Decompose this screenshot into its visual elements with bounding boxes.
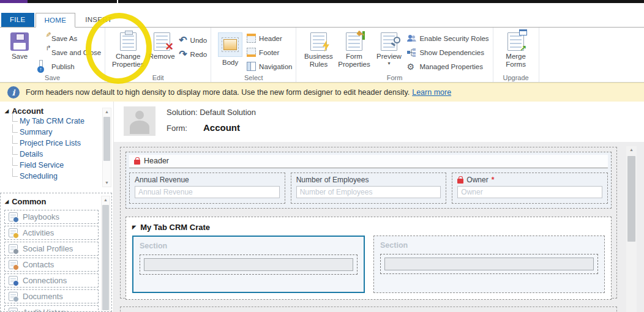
annual-revenue-input[interactable]: [135, 186, 280, 198]
merge-forms-button[interactable]: ↗ Merge Forms: [500, 29, 533, 69]
footer-select-label: Footer: [259, 49, 279, 56]
account-tree-header[interactable]: ◢ Account: [5, 106, 100, 116]
body-icon: [218, 32, 242, 57]
show-dependencies-button[interactable]: Show Dependencies: [406, 45, 489, 59]
managed-properties-icon: ⚙: [406, 62, 416, 72]
footer-select-button[interactable]: Footer: [247, 45, 292, 59]
form-section-left-selected[interactable]: Section: [132, 236, 365, 293]
tree-item-field-service[interactable]: Field Service: [11, 160, 100, 171]
empty-field-placeholder[interactable]: [144, 258, 353, 271]
form-group-label: Form: [296, 74, 492, 81]
scroll-up-icon[interactable]: ▲: [102, 196, 110, 204]
form-header-section[interactable]: Header Annual Revenue Number of Employee…: [125, 152, 612, 209]
save-button[interactable]: Save: [3, 29, 36, 61]
header-select-icon: [247, 34, 256, 43]
select-group-label: Select: [211, 74, 296, 81]
scrollbar-thumb[interactable]: [627, 156, 635, 242]
tree-item-scheduling[interactable]: Scheduling: [11, 171, 100, 182]
common-item-audit-history[interactable]: Audit History: [4, 305, 99, 312]
form-tab-title: My Tab CRM Crate: [140, 223, 210, 232]
change-properties-icon: [120, 32, 137, 51]
ribbon: Save Save As Save and Close Publish Save…: [0, 28, 644, 83]
empty-field-placeholder[interactable]: [384, 258, 594, 270]
change-properties-label: Change Properties: [111, 53, 144, 69]
remove-label: Remove: [149, 53, 175, 61]
tab-file[interactable]: FILE: [1, 13, 34, 27]
redo-button[interactable]: ↷ Redo: [179, 47, 207, 61]
tab-insert[interactable]: INSERT: [77, 13, 121, 27]
enable-security-roles-button[interactable]: Enable Security Roles: [406, 31, 489, 45]
common-item-label: Playbooks: [23, 212, 59, 221]
business-rules-icon: [310, 32, 327, 51]
scroll-down-icon[interactable]: ▼: [103, 179, 111, 187]
common-item-playbooks[interactable]: Playbooks: [4, 210, 99, 224]
field-number-of-employees[interactable]: Number of Employees: [291, 173, 447, 204]
tree-item-project-price-lists[interactable]: Project Price Lists: [11, 138, 100, 149]
tree-item-summary[interactable]: Summary: [11, 127, 100, 138]
common-item-contacts[interactable]: Contacts: [4, 258, 99, 272]
common-item-connections[interactable]: Connections: [4, 273, 99, 288]
field-label: Owner: [466, 176, 488, 184]
number-of-employees-input[interactable]: [296, 186, 441, 198]
tab-home[interactable]: HOME: [36, 13, 76, 28]
navigation-select-label: Navigation: [259, 63, 292, 70]
form-name: Account: [203, 122, 240, 133]
collapse-triangle-icon: ◢: [5, 199, 9, 204]
learn-more-link[interactable]: Learn more: [412, 88, 451, 97]
business-rules-label: Business Rules: [302, 53, 334, 69]
save-and-close-button[interactable]: Save and Close: [39, 45, 101, 59]
form-properties-button[interactable]: ☛ Form Properties: [337, 29, 371, 69]
info-icon: i: [7, 86, 20, 98]
body-button[interactable]: Body: [216, 29, 244, 67]
owner-input[interactable]: [457, 186, 602, 198]
scroll-up-icon[interactable]: ▲: [626, 146, 637, 154]
form-tab-my-tab-crm-crate[interactable]: ◤ My Tab CRM Crate Section Section: [125, 217, 612, 300]
undo-button[interactable]: ↶ Undo: [179, 33, 207, 47]
canvas-scrollbar[interactable]: ▲: [626, 146, 637, 312]
tree-item-my-tab-crm-crate[interactable]: My Tab CRM Crate: [11, 116, 100, 127]
section-field-slot[interactable]: [140, 254, 358, 275]
common-item-documents[interactable]: Documents: [4, 289, 99, 303]
form-body-container[interactable]: Header Annual Revenue Number of Employee…: [120, 147, 617, 299]
field-annual-revenue[interactable]: Annual Revenue: [129, 173, 285, 204]
common-item-activities[interactable]: Activities: [4, 226, 99, 240]
remove-button[interactable]: Remove: [147, 29, 176, 61]
header-select-label: Header: [259, 35, 282, 42]
form-section-right[interactable]: Section: [373, 236, 605, 293]
section-field-slot[interactable]: [380, 254, 598, 274]
playbooks-icon: [9, 212, 18, 221]
common-item-social-profiles[interactable]: Social Profiles: [4, 242, 99, 256]
tree-item-details[interactable]: Details: [11, 149, 100, 160]
navigation-select-button[interactable]: Navigation: [247, 59, 292, 73]
scrollbar-thumb[interactable]: [102, 205, 109, 310]
business-rules-button[interactable]: Business Rules: [302, 29, 334, 69]
scrollbar-thumb[interactable]: [103, 117, 110, 161]
account-tree-scrollbar[interactable]: ▲ ▼: [102, 108, 111, 187]
form-properties-label: Form Properties: [337, 53, 371, 69]
scroll-up-icon[interactable]: ▲: [103, 108, 111, 116]
common-item-label: Contacts: [23, 260, 54, 269]
body-label: Body: [222, 59, 238, 67]
undo-label: Undo: [190, 37, 208, 44]
header-select-button[interactable]: Header: [247, 31, 292, 45]
ribbon-group-select: Body Header Footer Navigation Select: [211, 28, 296, 82]
common-panel: ◢ Common Playbooks Activities Social Pro…: [0, 193, 112, 312]
common-scrollbar[interactable]: ▲: [101, 196, 110, 312]
preview-button[interactable]: Preview ▾: [373, 29, 404, 65]
field-owner[interactable]: Owner *: [452, 173, 608, 204]
upgrade-group-label: Upgrade: [493, 74, 539, 81]
publish-button[interactable]: Publish: [39, 59, 101, 73]
solution-header: Solution: Default Solution Form: Account: [114, 102, 644, 142]
activities-icon: [9, 228, 18, 237]
change-properties-button[interactable]: Change Properties: [111, 29, 144, 69]
ribbon-group-upgrade: ↗ Merge Forms Upgrade: [493, 28, 539, 82]
common-item-label: Audit History: [23, 308, 68, 312]
enable-security-roles-icon: [406, 34, 416, 43]
save-as-icon: [39, 34, 48, 43]
managed-properties-button[interactable]: ⚙ Managed Properties: [406, 59, 489, 73]
connections-icon: [9, 276, 18, 285]
next-form-element-clipped: [120, 306, 617, 312]
common-header[interactable]: ◢ Common: [4, 196, 99, 208]
form-tab-title-bar[interactable]: ◤ My Tab CRM Crate: [132, 221, 605, 236]
collapse-triangle-icon: ◢: [5, 109, 9, 114]
